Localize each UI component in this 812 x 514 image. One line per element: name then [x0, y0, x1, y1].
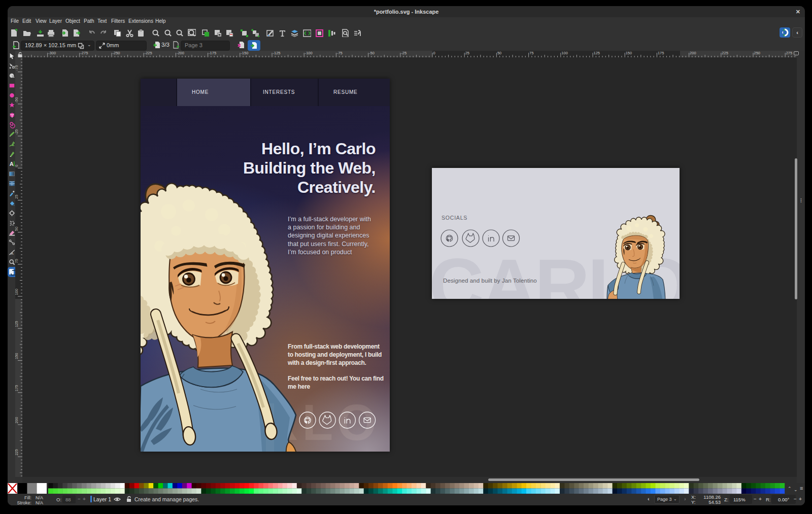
- svg-text:-75: -75: [15, 65, 19, 71]
- svg-text:-25: -25: [15, 129, 19, 135]
- svg-text:175: 175: [15, 385, 19, 392]
- svg-text:-50: -50: [15, 97, 19, 103]
- svg-text:200: 200: [15, 417, 19, 424]
- svg-text:25: 25: [15, 195, 19, 199]
- svg-text:A: A: [9, 161, 13, 167]
- svg-text:A: A: [11, 251, 14, 256]
- svg-text:150: 150: [15, 353, 19, 359]
- svg-text:125: 125: [15, 321, 19, 327]
- svg-text:50: 50: [15, 227, 19, 231]
- svg-text:75: 75: [15, 259, 19, 263]
- svg-text:225: 225: [15, 449, 19, 456]
- svg-text:100: 100: [15, 289, 19, 295]
- svg-text:0: 0: [15, 165, 19, 167]
